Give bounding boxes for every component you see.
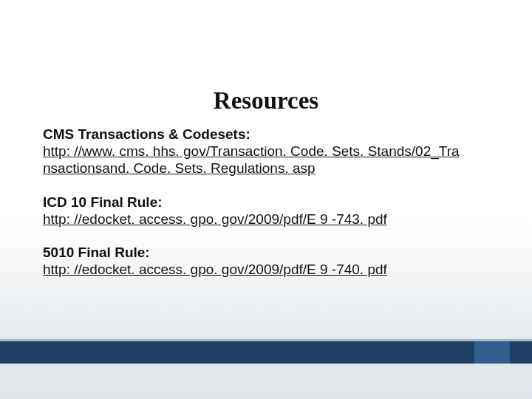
resource-label: ICD 10 Final Rule: xyxy=(43,194,495,211)
link-line: http: //edocket. access. gpo. gov/2009/p… xyxy=(43,211,387,227)
resource-label: 5010 Final Rule: xyxy=(43,244,495,261)
resource-link[interactable]: http: //www. cms. hhs. gov/Transaction. … xyxy=(43,143,460,176)
resource-link[interactable]: http: //edocket. access. gpo. gov/2009/p… xyxy=(43,211,387,227)
resource-label: CMS Transactions & Codesets: xyxy=(43,126,495,143)
slide-title: Resources xyxy=(0,87,532,115)
resource-item: 5010 Final Rule: http: //edocket. access… xyxy=(43,244,495,278)
slide: Resources CMS Transactions & Codesets: h… xyxy=(0,0,532,399)
content-area: CMS Transactions & Codesets: http: //www… xyxy=(43,126,495,294)
link-line: http: //edocket. access. gpo. gov/2009/p… xyxy=(43,262,387,277)
link-line: http: //www. cms. hhs. gov/Transaction. … xyxy=(43,143,460,159)
footer-bar xyxy=(0,341,532,364)
resource-link[interactable]: http: //edocket. access. gpo. gov/2009/p… xyxy=(43,262,387,277)
resource-item: ICD 10 Final Rule: http: //edocket. acce… xyxy=(43,194,495,228)
footer-accent xyxy=(474,341,510,364)
resource-item: CMS Transactions & Codesets: http: //www… xyxy=(43,126,495,177)
link-line: nsactionsand. Code. Sets. Regulations. a… xyxy=(43,160,316,176)
